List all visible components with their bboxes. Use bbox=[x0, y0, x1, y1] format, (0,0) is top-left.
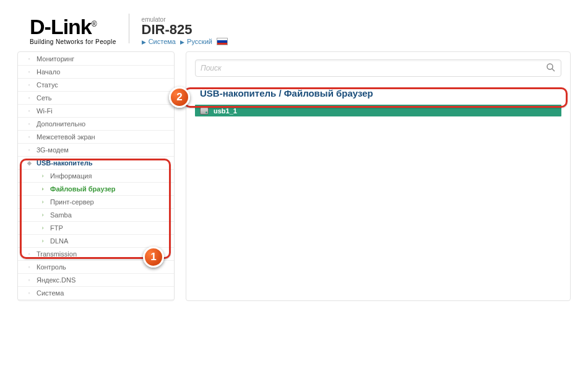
breadcrumb: ▶ Система ▶ Русский bbox=[142, 38, 228, 45]
registered-mark: ® bbox=[92, 20, 97, 28]
model-block: emulator DIR-825 ▶ Система ▶ Русский bbox=[142, 16, 228, 45]
chevron-right-icon: › bbox=[39, 199, 46, 205]
bullet-icon: ◦ bbox=[25, 69, 33, 75]
header-separator bbox=[129, 14, 129, 43]
sidebar-item-label: Дополнительно bbox=[37, 120, 85, 128]
sidebar-item-label: Wi-Fi bbox=[37, 107, 53, 115]
sidebar-item-system[interactable]: ◦Система bbox=[18, 287, 174, 300]
bullet-icon: ◦ bbox=[25, 95, 33, 101]
sidebar-item-yandex-dns[interactable]: ◦Яндекс.DNS bbox=[18, 274, 174, 287]
brand-logo: D-Link® Building Networks for People bbox=[30, 16, 116, 45]
sidebar-item-label: Samba bbox=[50, 211, 72, 219]
chevron-right-icon: ▶ bbox=[180, 39, 184, 45]
svg-point-0 bbox=[547, 64, 553, 69]
svg-line-1 bbox=[552, 69, 555, 71]
bullet-icon: ◦ bbox=[25, 264, 33, 270]
chevron-right-icon: › bbox=[39, 173, 46, 179]
sidebar-item-firewall[interactable]: ◦Межсетевой экран bbox=[18, 131, 174, 144]
sidebar-subitem-samba[interactable]: ›Samba bbox=[18, 209, 174, 222]
sidebar-item-label: Transmission bbox=[37, 250, 77, 258]
search-input[interactable] bbox=[201, 64, 546, 72]
sidebar-item-label: FTP bbox=[50, 224, 63, 232]
sidebar-item-label: Статус bbox=[37, 81, 58, 89]
header: D-Link® Building Networks for People emu… bbox=[0, 0, 588, 51]
file-name: usb1_1 bbox=[214, 107, 237, 115]
brand-name: D-Link bbox=[30, 15, 92, 38]
bullet-icon: ◦ bbox=[25, 82, 33, 88]
model-name: DIR-825 bbox=[142, 23, 228, 37]
page-title: USB-накопитель / Файловый браузер bbox=[200, 88, 560, 98]
sidebar-item-monitoring[interactable]: ◦Мониторинг bbox=[18, 53, 174, 66]
sidebar-item-label: Принт-сервер bbox=[50, 198, 94, 206]
sidebar-subitem-dlna[interactable]: ›DLNA bbox=[18, 235, 174, 248]
chevron-right-icon: ▶ bbox=[142, 39, 146, 45]
sidebar-subitem-file-browser[interactable]: ›Файловый браузер bbox=[18, 183, 174, 196]
chevron-right-icon: › bbox=[39, 186, 46, 192]
sidebar-item-advanced[interactable]: ◦Дополнительно bbox=[18, 118, 174, 131]
chevron-right-icon: › bbox=[39, 225, 46, 231]
sidebar-item-label: Система bbox=[37, 289, 64, 297]
sidebar-subitem-ftp[interactable]: ›FTP bbox=[18, 222, 174, 235]
sidebar-item-label: DLNA bbox=[50, 237, 68, 245]
sidebar-item-label: Яндекс.DNS bbox=[37, 276, 76, 284]
sidebar-item-transmission[interactable]: ◦Transmission bbox=[18, 248, 174, 261]
sidebar-item-label: Межсетевой экран bbox=[37, 133, 95, 141]
sidebar-item-usb-storage[interactable]: ◈USB-накопитель bbox=[18, 157, 174, 170]
brand-tagline: Building Networks for People bbox=[30, 38, 116, 45]
sidebar-item-label: USB-накопитель bbox=[37, 159, 92, 167]
sidebar-subitem-print-server[interactable]: ›Принт-сервер bbox=[18, 196, 174, 209]
drive-icon bbox=[200, 107, 209, 115]
sidebar-item-status[interactable]: ◦Статус bbox=[18, 79, 174, 92]
crumb-system[interactable]: Система bbox=[149, 38, 176, 45]
crumb-language[interactable]: Русский bbox=[187, 38, 212, 45]
file-browser-row[interactable]: usb1_1 bbox=[195, 105, 561, 116]
sidebar-item-label: 3G-модем bbox=[37, 146, 69, 154]
bullet-icon: ◦ bbox=[25, 134, 33, 140]
sidebar: ◦Мониторинг ◦Начало ◦Статус ◦Сеть ◦Wi-Fi… bbox=[17, 51, 175, 301]
bullet-icon: ◦ bbox=[25, 108, 33, 114]
sidebar-item-label: Мониторинг bbox=[37, 55, 74, 63]
sidebar-subitem-info[interactable]: ›Информация bbox=[18, 170, 174, 183]
sidebar-item-label: Файловый браузер bbox=[50, 185, 116, 193]
sidebar-item-label: Сеть bbox=[37, 94, 51, 102]
bullet-icon: ◦ bbox=[25, 56, 33, 62]
sidebar-item-network[interactable]: ◦Сеть bbox=[18, 92, 174, 105]
bullet-icon: ◦ bbox=[25, 147, 33, 153]
search-bar bbox=[195, 59, 561, 77]
sidebar-item-start[interactable]: ◦Начало bbox=[18, 66, 174, 79]
flag-ru-icon[interactable] bbox=[217, 38, 228, 45]
sidebar-item-3g-modem[interactable]: ◦3G-модем bbox=[18, 144, 174, 157]
search-icon[interactable] bbox=[546, 63, 556, 74]
sidebar-item-label: Контроль bbox=[37, 263, 66, 271]
sidebar-item-wifi[interactable]: ◦Wi-Fi bbox=[18, 105, 174, 118]
content-panel: USB-накопитель / Файловый браузер usb1_1… bbox=[186, 51, 571, 301]
bullet-icon: ◦ bbox=[25, 121, 33, 127]
chevron-right-icon: › bbox=[39, 212, 46, 218]
bullet-icon: ◦ bbox=[25, 277, 33, 283]
sidebar-item-label: Начало bbox=[37, 68, 60, 76]
sidebar-item-control[interactable]: ◦Контроль bbox=[18, 261, 174, 274]
bullet-icon: ◦ bbox=[25, 290, 33, 296]
chevron-right-icon: › bbox=[39, 238, 46, 244]
bullet-icon: ◦ bbox=[25, 251, 33, 257]
bullet-open-icon: ◈ bbox=[25, 160, 33, 166]
sidebar-item-label: Информация bbox=[50, 172, 92, 180]
